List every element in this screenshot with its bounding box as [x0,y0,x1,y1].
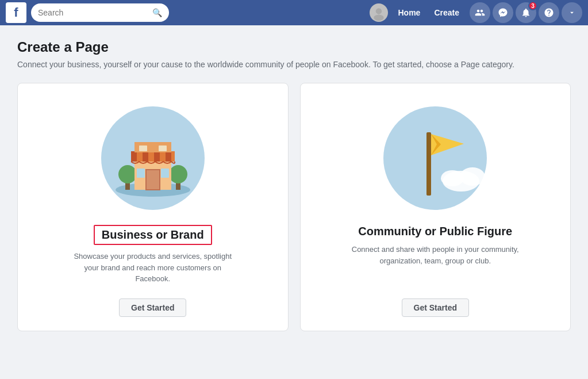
business-illustration [95,101,210,216]
svg-rect-11 [143,151,148,162]
community-illustration [378,101,493,216]
page-subtitle: Connect your business, yourself or your … [17,60,571,69]
navbar: f 🔍 Home Create 3 [0,0,588,25]
svg-rect-18 [137,169,145,178]
friends-icon-btn[interactable] [470,2,490,23]
community-desc: Connect and share with people in your co… [349,244,521,266]
svg-point-24 [441,170,464,186]
search-input[interactable] [38,8,149,17]
community-card[interactable]: Community or Public Figure Connect and s… [300,83,571,331]
user-avatar[interactable] [370,3,388,22]
page-content: Create a Page Connect your business, you… [0,25,588,345]
nav-links: Home Create [393,5,466,21]
community-get-started-button[interactable]: Get Started [402,298,469,317]
business-brand-title: Business or Brand [94,225,212,245]
messenger-icon-btn[interactable] [493,2,513,23]
svg-point-1 [374,15,384,21]
search-bar[interactable]: 🔍 [31,3,169,22]
svg-rect-25 [426,132,431,196]
svg-rect-12 [154,151,160,162]
notifications-icon-btn[interactable]: 3 [516,2,536,23]
business-brand-card[interactable]: Business or Brand Showcase your products… [17,83,289,331]
nav-icons: 3 [470,2,582,23]
svg-rect-19 [161,169,169,178]
svg-rect-13 [166,151,171,162]
search-icon: 🔍 [152,8,162,17]
svg-point-23 [460,167,485,186]
help-icon-btn[interactable] [539,2,559,23]
cards-container: Business or Brand Showcase your products… [17,83,571,331]
svg-point-0 [375,8,382,14]
community-title: Community or Public Figure [358,225,512,238]
svg-rect-16 [159,146,167,151]
business-brand-desc: Showcase your products and services, spo… [67,251,239,285]
svg-rect-15 [139,146,147,151]
page-title: Create a Page [17,39,571,55]
facebook-logo: f [6,2,26,23]
svg-point-21 [383,106,487,210]
create-link[interactable]: Create [428,5,465,21]
business-get-started-button[interactable]: Get Started [119,298,186,317]
svg-point-7 [169,165,187,183]
svg-point-5 [118,165,137,183]
dropdown-icon-btn[interactable] [562,2,582,23]
svg-rect-17 [146,170,160,190]
svg-rect-10 [131,151,137,162]
notification-badge: 3 [528,1,537,10]
home-link[interactable]: Home [393,5,426,21]
